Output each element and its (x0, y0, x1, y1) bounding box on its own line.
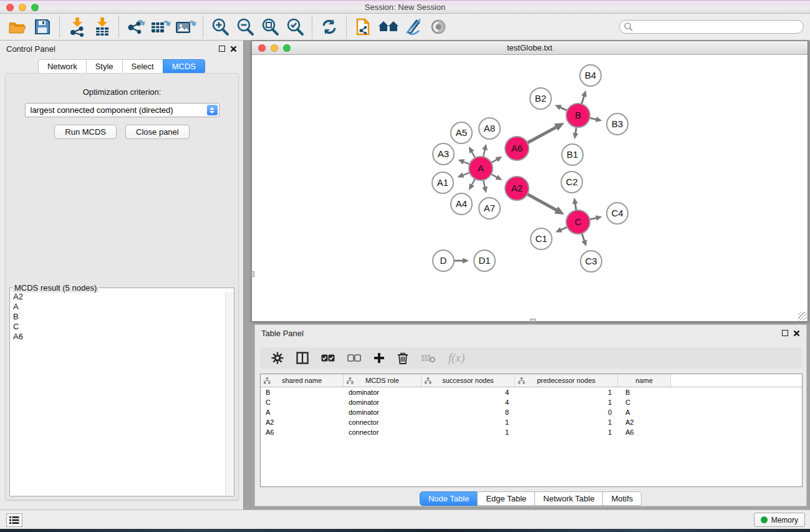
result-item[interactable]: A (11, 302, 224, 312)
table-cell[interactable]: 1 (515, 387, 618, 397)
result-item[interactable]: C (11, 322, 224, 332)
import-network-icon[interactable] (65, 16, 88, 37)
select-stepper-icon[interactable] (207, 105, 218, 115)
table-cell[interactable]: 1 (422, 417, 515, 427)
table-cell[interactable]: 4 (422, 387, 515, 397)
table-cell[interactable]: 1 (515, 397, 618, 407)
graph-node-D[interactable]: D (433, 250, 454, 271)
homes-icon[interactable] (377, 16, 400, 37)
result-item[interactable]: A2 (11, 292, 224, 302)
graph-node-B2[interactable]: B2 (530, 88, 551, 109)
memory-button[interactable]: Memory (754, 513, 805, 527)
table-row[interactable]: Bdominator41B (261, 387, 802, 397)
resize-grip-icon[interactable] (798, 312, 807, 321)
graph-node-A7[interactable]: A7 (479, 198, 500, 219)
export-image-icon[interactable] (175, 16, 197, 37)
column-header-shared-name[interactable]: shared name (261, 374, 344, 387)
graph-node-C2[interactable]: C2 (561, 172, 582, 193)
delete-columns-icon[interactable] (397, 352, 408, 364)
graph-node-B4[interactable]: B4 (580, 65, 601, 86)
graph-node-C4[interactable]: C4 (607, 203, 628, 224)
select-all-checked-icon[interactable] (321, 354, 335, 362)
add-column-icon[interactable] (374, 352, 385, 364)
table-cell[interactable]: 1 (422, 427, 515, 437)
export-table-icon[interactable] (150, 16, 172, 37)
graph-node-C[interactable]: C (566, 210, 590, 234)
graph-node-A3[interactable]: A3 (433, 143, 454, 165)
graph-node-C1[interactable]: C1 (531, 228, 552, 249)
table-cell[interactable]: A (618, 407, 671, 417)
show-columns-icon[interactable] (296, 352, 309, 364)
table-cell[interactable]: A2 (618, 417, 671, 427)
column-header-name[interactable]: name (618, 374, 671, 387)
table-cell[interactable]: B (261, 387, 344, 397)
table-cell[interactable]: 8 (422, 407, 515, 417)
table-cell[interactable]: 0 (515, 407, 618, 417)
function-builder-icon[interactable]: f(x) (448, 351, 465, 365)
result-item[interactable]: B (11, 312, 224, 322)
run-mcds-button[interactable]: Run MCDS (54, 125, 117, 139)
task-history-button[interactable] (6, 513, 22, 527)
refresh-icon[interactable] (318, 16, 340, 37)
table-cell[interactable]: A6 (261, 427, 344, 437)
graph-node-B1[interactable]: B1 (562, 144, 583, 165)
save-floppy-icon[interactable] (31, 16, 54, 37)
import-table-icon[interactable] (90, 16, 113, 37)
eye-icon[interactable] (427, 16, 450, 37)
zoom-fit-icon[interactable] (259, 16, 281, 37)
table-close-panel-icon[interactable] (793, 330, 800, 337)
table-cell[interactable]: dominator (344, 397, 422, 407)
table-cell[interactable]: B (618, 387, 671, 397)
graph-node-A6[interactable]: A6 (505, 137, 529, 160)
float-panel-icon[interactable] (219, 46, 225, 52)
mcds-result-list[interactable]: A2ABCA6 (11, 292, 224, 495)
tab-style[interactable]: Style (86, 59, 123, 74)
table-cell[interactable]: 1 (515, 417, 618, 427)
table-cell[interactable]: connector (344, 417, 422, 427)
tab-motifs[interactable]: Motifs (602, 491, 642, 506)
table-row[interactable]: Adominator80A (261, 407, 802, 417)
graph-node-B3[interactable]: B3 (607, 114, 628, 135)
table-row[interactable]: A2connector11A2 (261, 417, 802, 427)
graph-node-A2[interactable]: A2 (505, 177, 529, 200)
graph-node-D1[interactable]: D1 (474, 250, 495, 271)
settings-gear-icon[interactable] (271, 352, 284, 364)
search-input[interactable] (634, 21, 803, 32)
table-cell[interactable]: C (261, 397, 344, 407)
tab-network-table[interactable]: Network Table (534, 491, 603, 506)
result-scrollbar[interactable] (225, 292, 233, 495)
pen-slash-icon[interactable] (402, 16, 425, 37)
tab-edge-table[interactable]: Edge Table (477, 491, 535, 506)
tab-select[interactable]: Select (122, 59, 163, 74)
table-row[interactable]: Cdominator41C (261, 397, 802, 407)
tab-node-table[interactable]: Node Table (420, 491, 478, 506)
graph-node-A[interactable]: A (469, 157, 493, 180)
deselect-all-icon[interactable] (347, 354, 361, 362)
result-item[interactable]: A6 (11, 332, 224, 342)
table-row[interactable]: A6connector11A6 (261, 427, 802, 437)
table-cell[interactable]: C (618, 397, 671, 407)
close-panel-button[interactable]: Close panel (125, 125, 190, 139)
tab-mcds[interactable]: MCDS (163, 59, 205, 74)
close-panel-icon[interactable] (230, 46, 237, 52)
table-cell[interactable]: 1 (515, 427, 618, 437)
bottom-resize-handle[interactable] (530, 319, 536, 322)
table-cell[interactable]: A6 (618, 427, 671, 437)
graph-node-C3[interactable]: C3 (581, 251, 602, 272)
table-cell[interactable]: dominator (344, 407, 422, 417)
zoom-out-icon[interactable] (234, 16, 256, 37)
column-header-successor-nodes[interactable]: successor nodes (422, 374, 515, 387)
column-header-predecessor-nodes[interactable]: predecessor nodes (515, 374, 618, 387)
graph-node-A4[interactable]: A4 (451, 193, 472, 215)
export-network-icon[interactable] (125, 16, 147, 37)
tab-network[interactable]: Network (38, 59, 87, 74)
clone-network-icon[interactable] (352, 16, 375, 37)
table-float-panel-icon[interactable] (782, 330, 788, 336)
graph-node-A8[interactable]: A8 (479, 118, 500, 139)
table-cell[interactable]: dominator (344, 387, 422, 397)
delete-table-icon[interactable] (421, 353, 436, 363)
table-cell[interactable]: connector (344, 427, 422, 437)
network-canvas[interactable]: B4B2BB3A5A8A6B1A3AA1C2A2A4A7CC1C4C3DD1 (252, 55, 808, 321)
open-folder-icon[interactable] (6, 16, 29, 37)
graph-node-A5[interactable]: A5 (451, 122, 472, 143)
